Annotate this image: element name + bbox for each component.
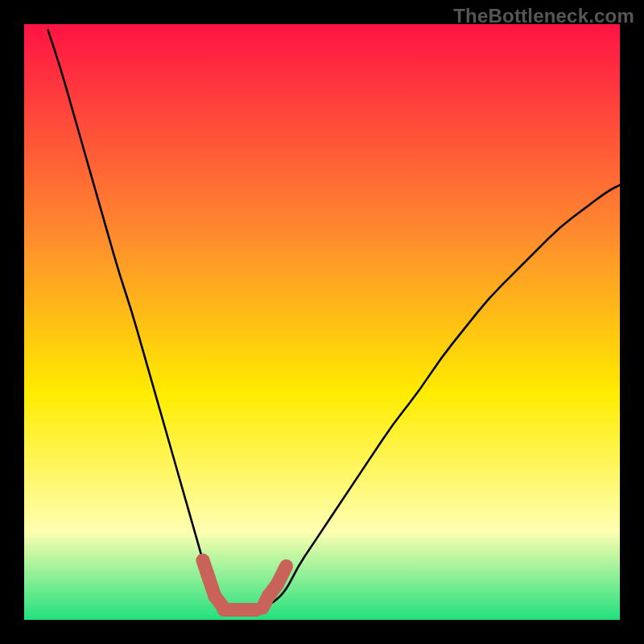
watermark-label: TheBottleneck.com [453, 5, 634, 27]
bottleneck-plot [24, 24, 620, 620]
marker-segment [278, 566, 287, 584]
plot-area [24, 24, 620, 620]
chart-frame: TheBottleneck.com [0, 0, 644, 644]
